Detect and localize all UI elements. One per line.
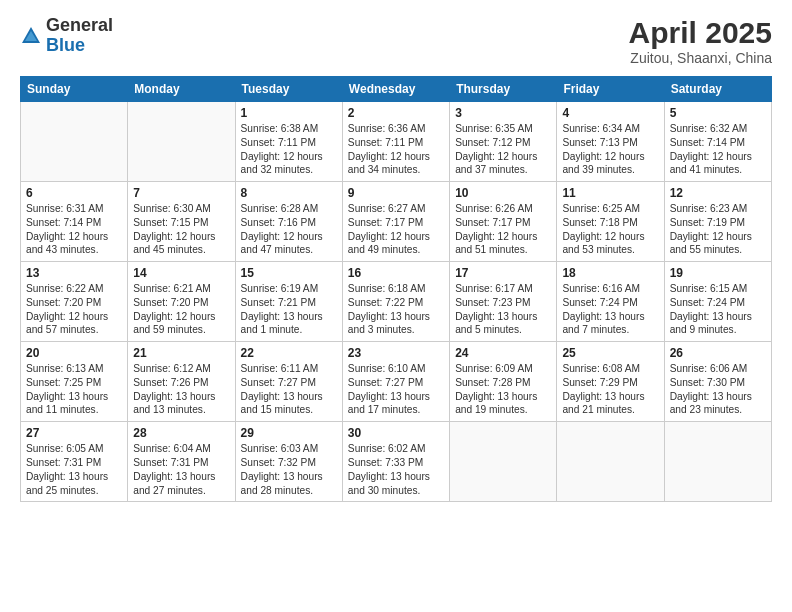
calendar-day-15: 15Sunrise: 6:19 AM Sunset: 7:21 PM Dayli… xyxy=(235,262,342,342)
day-number: 11 xyxy=(562,186,658,200)
day-number: 19 xyxy=(670,266,766,280)
day-number: 23 xyxy=(348,346,444,360)
day-number: 14 xyxy=(133,266,229,280)
day-number: 17 xyxy=(455,266,551,280)
day-number: 4 xyxy=(562,106,658,120)
day-number: 25 xyxy=(562,346,658,360)
day-number: 18 xyxy=(562,266,658,280)
calendar-day-5: 5Sunrise: 6:32 AM Sunset: 7:14 PM Daylig… xyxy=(664,102,771,182)
logo-blue: Blue xyxy=(46,36,113,56)
day-number: 7 xyxy=(133,186,229,200)
day-info: Sunrise: 6:23 AM Sunset: 7:19 PM Dayligh… xyxy=(670,202,766,257)
day-info: Sunrise: 6:15 AM Sunset: 7:24 PM Dayligh… xyxy=(670,282,766,337)
day-info: Sunrise: 6:11 AM Sunset: 7:27 PM Dayligh… xyxy=(241,362,337,417)
calendar-day-21: 21Sunrise: 6:12 AM Sunset: 7:26 PM Dayli… xyxy=(128,342,235,422)
day-info: Sunrise: 6:10 AM Sunset: 7:27 PM Dayligh… xyxy=(348,362,444,417)
calendar-day-12: 12Sunrise: 6:23 AM Sunset: 7:19 PM Dayli… xyxy=(664,182,771,262)
day-info: Sunrise: 6:18 AM Sunset: 7:22 PM Dayligh… xyxy=(348,282,444,337)
calendar-header-saturday: Saturday xyxy=(664,77,771,102)
day-info: Sunrise: 6:25 AM Sunset: 7:18 PM Dayligh… xyxy=(562,202,658,257)
calendar-day-17: 17Sunrise: 6:17 AM Sunset: 7:23 PM Dayli… xyxy=(450,262,557,342)
day-info: Sunrise: 6:35 AM Sunset: 7:12 PM Dayligh… xyxy=(455,122,551,177)
location-subtitle: Zuitou, Shaanxi, China xyxy=(629,50,772,66)
day-number: 10 xyxy=(455,186,551,200)
logo-text: General Blue xyxy=(46,16,113,56)
calendar-day-6: 6Sunrise: 6:31 AM Sunset: 7:14 PM Daylig… xyxy=(21,182,128,262)
calendar-day-30: 30Sunrise: 6:02 AM Sunset: 7:33 PM Dayli… xyxy=(342,422,449,502)
day-number: 24 xyxy=(455,346,551,360)
calendar-header-wednesday: Wednesday xyxy=(342,77,449,102)
calendar-table: SundayMondayTuesdayWednesdayThursdayFrid… xyxy=(20,76,772,502)
day-info: Sunrise: 6:09 AM Sunset: 7:28 PM Dayligh… xyxy=(455,362,551,417)
day-info: Sunrise: 6:27 AM Sunset: 7:17 PM Dayligh… xyxy=(348,202,444,257)
calendar-day-26: 26Sunrise: 6:06 AM Sunset: 7:30 PM Dayli… xyxy=(664,342,771,422)
logo-icon xyxy=(20,25,42,47)
day-number: 30 xyxy=(348,426,444,440)
calendar-day-18: 18Sunrise: 6:16 AM Sunset: 7:24 PM Dayli… xyxy=(557,262,664,342)
calendar-day-10: 10Sunrise: 6:26 AM Sunset: 7:17 PM Dayli… xyxy=(450,182,557,262)
calendar-day-20: 20Sunrise: 6:13 AM Sunset: 7:25 PM Dayli… xyxy=(21,342,128,422)
day-number: 12 xyxy=(670,186,766,200)
calendar-empty-cell xyxy=(557,422,664,502)
day-info: Sunrise: 6:22 AM Sunset: 7:20 PM Dayligh… xyxy=(26,282,122,337)
day-number: 9 xyxy=(348,186,444,200)
calendar-header-row: SundayMondayTuesdayWednesdayThursdayFrid… xyxy=(21,77,772,102)
logo: General Blue xyxy=(20,16,113,56)
calendar-day-19: 19Sunrise: 6:15 AM Sunset: 7:24 PM Dayli… xyxy=(664,262,771,342)
day-info: Sunrise: 6:34 AM Sunset: 7:13 PM Dayligh… xyxy=(562,122,658,177)
calendar-day-3: 3Sunrise: 6:35 AM Sunset: 7:12 PM Daylig… xyxy=(450,102,557,182)
day-info: Sunrise: 6:02 AM Sunset: 7:33 PM Dayligh… xyxy=(348,442,444,497)
calendar-day-28: 28Sunrise: 6:04 AM Sunset: 7:31 PM Dayli… xyxy=(128,422,235,502)
day-info: Sunrise: 6:05 AM Sunset: 7:31 PM Dayligh… xyxy=(26,442,122,497)
day-info: Sunrise: 6:31 AM Sunset: 7:14 PM Dayligh… xyxy=(26,202,122,257)
calendar-day-1: 1Sunrise: 6:38 AM Sunset: 7:11 PM Daylig… xyxy=(235,102,342,182)
day-number: 15 xyxy=(241,266,337,280)
day-number: 13 xyxy=(26,266,122,280)
day-info: Sunrise: 6:13 AM Sunset: 7:25 PM Dayligh… xyxy=(26,362,122,417)
logo-general: General xyxy=(46,16,113,36)
day-number: 5 xyxy=(670,106,766,120)
title-block: April 2025 Zuitou, Shaanxi, China xyxy=(629,16,772,66)
day-number: 29 xyxy=(241,426,337,440)
day-info: Sunrise: 6:12 AM Sunset: 7:26 PM Dayligh… xyxy=(133,362,229,417)
calendar-day-22: 22Sunrise: 6:11 AM Sunset: 7:27 PM Dayli… xyxy=(235,342,342,422)
day-info: Sunrise: 6:30 AM Sunset: 7:15 PM Dayligh… xyxy=(133,202,229,257)
day-number: 3 xyxy=(455,106,551,120)
day-number: 6 xyxy=(26,186,122,200)
calendar-day-13: 13Sunrise: 6:22 AM Sunset: 7:20 PM Dayli… xyxy=(21,262,128,342)
day-info: Sunrise: 6:08 AM Sunset: 7:29 PM Dayligh… xyxy=(562,362,658,417)
calendar-day-27: 27Sunrise: 6:05 AM Sunset: 7:31 PM Dayli… xyxy=(21,422,128,502)
calendar-day-11: 11Sunrise: 6:25 AM Sunset: 7:18 PM Dayli… xyxy=(557,182,664,262)
calendar-day-7: 7Sunrise: 6:30 AM Sunset: 7:15 PM Daylig… xyxy=(128,182,235,262)
day-number: 2 xyxy=(348,106,444,120)
calendar-day-8: 8Sunrise: 6:28 AM Sunset: 7:16 PM Daylig… xyxy=(235,182,342,262)
calendar-day-16: 16Sunrise: 6:18 AM Sunset: 7:22 PM Dayli… xyxy=(342,262,449,342)
day-info: Sunrise: 6:21 AM Sunset: 7:20 PM Dayligh… xyxy=(133,282,229,337)
day-number: 27 xyxy=(26,426,122,440)
calendar-day-23: 23Sunrise: 6:10 AM Sunset: 7:27 PM Dayli… xyxy=(342,342,449,422)
calendar-week-row: 13Sunrise: 6:22 AM Sunset: 7:20 PM Dayli… xyxy=(21,262,772,342)
month-year-title: April 2025 xyxy=(629,16,772,50)
day-info: Sunrise: 6:16 AM Sunset: 7:24 PM Dayligh… xyxy=(562,282,658,337)
calendar-header-thursday: Thursday xyxy=(450,77,557,102)
calendar-day-4: 4Sunrise: 6:34 AM Sunset: 7:13 PM Daylig… xyxy=(557,102,664,182)
calendar-week-row: 27Sunrise: 6:05 AM Sunset: 7:31 PM Dayli… xyxy=(21,422,772,502)
calendar-header-friday: Friday xyxy=(557,77,664,102)
day-number: 22 xyxy=(241,346,337,360)
day-info: Sunrise: 6:32 AM Sunset: 7:14 PM Dayligh… xyxy=(670,122,766,177)
day-number: 8 xyxy=(241,186,337,200)
day-info: Sunrise: 6:36 AM Sunset: 7:11 PM Dayligh… xyxy=(348,122,444,177)
day-number: 20 xyxy=(26,346,122,360)
calendar-week-row: 6Sunrise: 6:31 AM Sunset: 7:14 PM Daylig… xyxy=(21,182,772,262)
day-info: Sunrise: 6:28 AM Sunset: 7:16 PM Dayligh… xyxy=(241,202,337,257)
day-info: Sunrise: 6:17 AM Sunset: 7:23 PM Dayligh… xyxy=(455,282,551,337)
calendar-header-monday: Monday xyxy=(128,77,235,102)
calendar-week-row: 1Sunrise: 6:38 AM Sunset: 7:11 PM Daylig… xyxy=(21,102,772,182)
page: General Blue April 2025 Zuitou, Shaanxi,… xyxy=(0,0,792,612)
calendar-empty-cell xyxy=(450,422,557,502)
calendar-day-29: 29Sunrise: 6:03 AM Sunset: 7:32 PM Dayli… xyxy=(235,422,342,502)
calendar-empty-cell xyxy=(128,102,235,182)
calendar-empty-cell xyxy=(21,102,128,182)
calendar-header-tuesday: Tuesday xyxy=(235,77,342,102)
day-number: 28 xyxy=(133,426,229,440)
